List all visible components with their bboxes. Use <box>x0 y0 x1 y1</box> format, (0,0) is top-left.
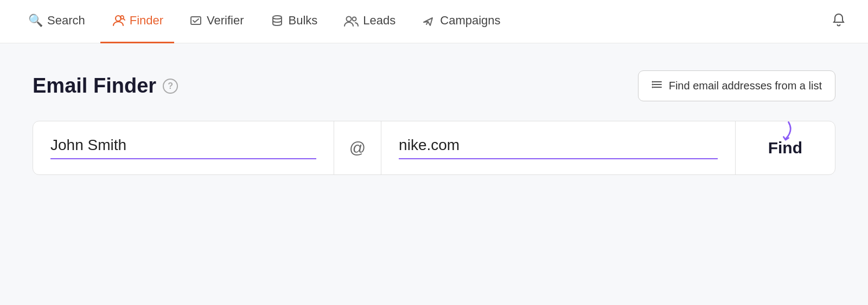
at-symbol: @ <box>349 139 366 157</box>
nav-label-bulks: Bulks <box>289 14 318 28</box>
svg-point-7 <box>347 17 352 22</box>
campaigns-icon <box>422 14 436 28</box>
svg-point-8 <box>353 17 356 21</box>
finder-card: @ Find <box>33 121 835 175</box>
main-content: Email Finder ? Find email addresses from… <box>0 43 868 305</box>
nav-items: 🔍 Search Finder Verifier <box>17 0 827 43</box>
svg-point-15 <box>652 87 653 88</box>
finder-at-section: @ <box>334 121 381 174</box>
find-arrow <box>770 121 797 148</box>
find-button[interactable]: Find <box>768 139 802 157</box>
svg-point-14 <box>652 84 653 86</box>
page-header: Email Finder ? Find email addresses from… <box>33 70 835 101</box>
nav-label-leads: Leads <box>363 14 395 28</box>
nav-label-search: Search <box>47 14 85 28</box>
nav-item-campaigns[interactable]: Campaigns <box>411 0 511 43</box>
nav-label-verifier: Verifier <box>207 14 244 28</box>
list-icon <box>652 79 663 93</box>
nav-item-verifier[interactable]: Verifier <box>178 0 254 43</box>
find-from-list-label: Find email addresses from a list <box>669 80 822 92</box>
main-nav: 🔍 Search Finder Verifier <box>0 0 868 43</box>
notification-bell[interactable] <box>827 8 851 35</box>
finder-name-section <box>33 121 334 174</box>
nav-item-leads[interactable]: Leads <box>333 0 406 43</box>
bulks-icon <box>270 14 284 28</box>
page-title-row: Email Finder ? <box>33 74 178 98</box>
nav-label-campaigns: Campaigns <box>440 14 500 28</box>
verifier-icon <box>189 14 202 27</box>
leads-icon <box>343 14 359 27</box>
svg-line-2 <box>123 19 125 21</box>
search-icon: 🔍 <box>28 14 43 28</box>
find-from-list-button[interactable]: Find email addresses from a list <box>638 70 835 101</box>
page-title: Email Finder <box>33 74 156 98</box>
svg-point-13 <box>652 81 653 83</box>
finder-icon <box>111 14 125 28</box>
nav-item-search[interactable]: 🔍 Search <box>17 0 96 43</box>
nav-item-bulks[interactable]: Bulks <box>259 0 329 43</box>
finder-domain-section <box>381 121 736 174</box>
nav-item-finder[interactable]: Finder <box>100 0 174 43</box>
finder-domain-input[interactable] <box>399 137 718 159</box>
svg-point-4 <box>273 16 282 19</box>
finder-find-section: Find <box>736 121 835 174</box>
nav-label-finder: Finder <box>130 14 163 28</box>
finder-name-input[interactable] <box>50 137 316 159</box>
help-icon[interactable]: ? <box>163 79 178 94</box>
